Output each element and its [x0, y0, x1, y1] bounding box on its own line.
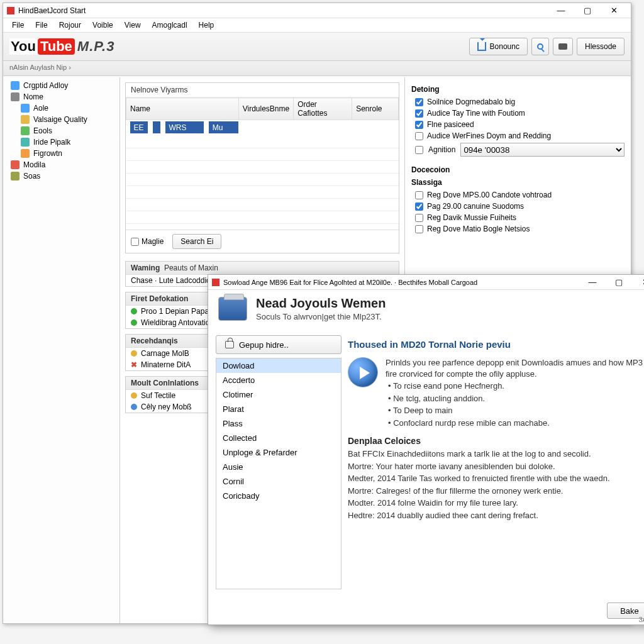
check-icon [131, 308, 137, 314]
close-button[interactable]: ✕ [601, 4, 627, 18]
table-row[interactable]: EE WRS Dovelmis Mu Niaard [126, 120, 239, 135]
content-subheading: Denplaa Celoices [348, 436, 644, 446]
chk-agnition[interactable] [415, 146, 423, 154]
camera-tool-button[interactable] [553, 38, 573, 55]
col-virdules[interactable]: VirdulesBnme [238, 98, 293, 120]
note: Hedtre: 2014 duablly audied thee cant de… [348, 510, 644, 521]
col-name[interactable]: Name [126, 98, 239, 120]
agnition-label: Agnition [428, 145, 455, 154]
chk-reg-davik[interactable]: Reg Davik Mussie Fuiheits [411, 212, 625, 223]
nav-accderto[interactable]: Accderto [216, 373, 341, 387]
nav-cornil[interactable]: Cornil [216, 474, 341, 489]
dialog-footer: Bake 3Aq [208, 597, 644, 625]
chk-soilnice[interactable]: Soilnice Dogrnedabalo big [411, 96, 625, 108]
brand-mp3: M.P.3 [77, 38, 115, 55]
col-senrole[interactable]: Senrole [352, 98, 399, 120]
warning-h: Waming [131, 264, 160, 272]
minimize-button[interactable]: — [548, 4, 574, 18]
gepup-button[interactable]: Gepup hidre.. [216, 335, 341, 354]
tree-modila[interactable]: Modila [4, 159, 118, 170]
tree-crgptid[interactable]: Crgptid Adloy [4, 80, 118, 91]
chk-audice-wer[interactable]: Audice WerFines Doym and Redding [411, 130, 625, 142]
content-heading: Thoused in MD20 Tornal Norie peviu [348, 339, 644, 350]
status-icon [131, 404, 137, 410]
hessode-button[interactable]: Hlessode [577, 38, 625, 55]
magile-check[interactable]: Maglie [131, 237, 164, 246]
menu-voible[interactable]: Voible [87, 19, 118, 31]
briefcase-icon [218, 297, 247, 321]
tree-iride[interactable]: Iride Pipalk [4, 136, 118, 148]
download-icon [477, 42, 486, 51]
brand-toolbar: You Tube M.P.3 Bonounc Hlessode [3, 32, 631, 61]
app-icon [212, 279, 219, 286]
gepup-label: Gepup hidre.. [239, 340, 289, 350]
result-grid[interactable]: Name VirdulesBnme Order Cafiottes Senrol… [126, 97, 399, 230]
maximize-button[interactable]: ▢ [574, 4, 601, 18]
dialog-window: Sowload Ange MB96 Eait for Flice Agolhte… [208, 274, 644, 625]
chk-flne[interactable]: Flne pasiceed [411, 119, 625, 130]
bonounc-button[interactable]: Bonounc [469, 38, 528, 55]
note: Mortre: Calreges! of the flur fillerme t… [348, 486, 644, 497]
note: Mortre: Your hater morte iavany anesible… [348, 461, 644, 472]
search-tool-button[interactable] [531, 38, 549, 55]
col-order[interactable]: Order Cafiottes [294, 98, 352, 120]
chk-pag-29[interactable]: Pag 29.00 canuine Suodoms [411, 201, 625, 212]
tree-nome[interactable]: Nome [4, 91, 118, 103]
dialog-header: Nead Joyouls Wemen Soculs To alwrvon|get… [208, 290, 644, 328]
menu-help[interactable]: Help [194, 19, 219, 31]
nav-unploge[interactable]: Unploge & Prefarder [216, 445, 341, 460]
x-icon: ✖ [131, 360, 137, 369]
tree-figrowtn[interactable]: Figrowtn [4, 148, 118, 159]
search-button[interactable]: Search Ei [172, 234, 221, 249]
dialog-nav-list: Dowload Accderto Clotimer Plarat Plass C… [216, 358, 341, 589]
main-titlebar: HindBaetJcord Start — ▢ ✕ [3, 3, 631, 18]
status-icon [131, 392, 137, 399]
tree-soas[interactable]: Soas [4, 170, 118, 182]
bonounc-label: Bonounc [490, 42, 519, 51]
breadcrumb-bar: nAlsin Auylash Nip › [3, 61, 631, 76]
menu-rojour[interactable]: Rojour [54, 19, 86, 31]
camera-icon [558, 43, 567, 50]
menu-file-2[interactable]: File [30, 19, 52, 31]
opt-h-detoing: Detoing [411, 85, 625, 94]
tree-aole[interactable]: Aole [4, 103, 118, 114]
brand-you: You [9, 38, 37, 55]
dialog-meta: 3Aq [638, 616, 644, 623]
menu-view[interactable]: View [119, 19, 146, 31]
menu-amoglcadl[interactable]: Amoglcadl [147, 19, 192, 31]
brand-tube: Tube [38, 38, 75, 55]
dlg-close-button[interactable]: ✕ [632, 275, 644, 289]
folder-icon [11, 92, 19, 101]
hessode-label: Hlessode [585, 42, 616, 51]
nav-ausie[interactable]: Ausie [216, 460, 341, 474]
item-icon [21, 104, 30, 113]
dlg-maximize-button[interactable]: ▢ [606, 275, 632, 289]
nav-plarat[interactable]: Plarat [216, 402, 341, 416]
nav-plass[interactable]: Plass [216, 416, 341, 431]
bullet: • To Deep to main [386, 405, 644, 416]
nav-coricbady[interactable]: Coricbady [216, 489, 341, 503]
dialog-left-pane: Gepup hidre.. Dowload Accderto Clotimer … [216, 335, 341, 589]
chk-audice-tay[interactable]: Audice Tay Tine with Foutiom [411, 108, 625, 119]
nav-clotimer[interactable]: Clotimer [216, 387, 341, 402]
dialog-title: Sowload Ange MB96 Eait for Flice Agolhte… [223, 279, 579, 286]
dialog-heading: Nead Joyouls Wemen [256, 296, 386, 311]
dialog-titlebar: Sowload Ange MB96 Eait for Flice Agolhte… [208, 275, 644, 290]
app-icon [7, 7, 14, 14]
nav-dowload[interactable]: Dowload [216, 358, 341, 373]
nav-collected[interactable]: Collected [216, 431, 341, 445]
bullet: • Ne tclg, atucling anddion. [386, 393, 644, 404]
item-icon [11, 160, 19, 169]
folder-icon [11, 81, 19, 90]
sidebar-tree: Crgptid Adloy Nome Aole Valsaige Quality… [3, 77, 120, 623]
item-icon [21, 115, 30, 124]
chk-reg-dove-matio[interactable]: Reg Dove Matio Bogle Netsios [411, 223, 625, 235]
search-icon [537, 43, 543, 50]
chk-reg-dove-mps[interactable]: Reg Dove MPS.00 Candote vohtroad [411, 189, 625, 201]
tree-valsaige[interactable]: Valsaige Quality [4, 114, 118, 125]
tree-eools[interactable]: Eools [4, 125, 118, 136]
menu-file-1[interactable]: File [7, 19, 29, 31]
dlg-minimize-button[interactable]: — [579, 275, 606, 289]
bullet: • Confoclard nurdp rese mible can machab… [386, 418, 644, 429]
agnition-select[interactable]: 094e '00038 [460, 143, 625, 157]
